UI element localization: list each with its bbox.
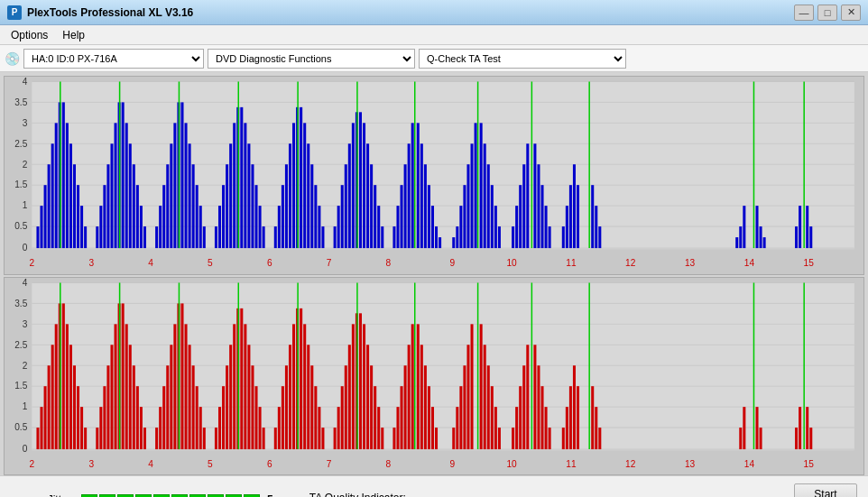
svg-text:4: 4 xyxy=(23,77,28,87)
svg-rect-119 xyxy=(366,143,369,248)
svg-rect-97 xyxy=(285,164,288,248)
svg-rect-48 xyxy=(84,226,87,248)
svg-rect-218 xyxy=(36,428,39,449)
jitter-seg-9 xyxy=(226,494,242,498)
svg-rect-89 xyxy=(247,143,250,248)
svg-rect-235 xyxy=(103,386,106,449)
svg-rect-104 xyxy=(307,143,309,248)
svg-rect-123 xyxy=(381,226,383,248)
svg-rect-289 xyxy=(310,365,313,449)
svg-rect-155 xyxy=(522,164,525,248)
svg-rect-322 xyxy=(456,407,458,449)
menu-bar: Options Help xyxy=(0,25,868,45)
svg-rect-295 xyxy=(341,386,344,449)
svg-text:3: 3 xyxy=(23,318,28,328)
svg-rect-37 xyxy=(48,164,51,248)
start-button[interactable]: Start xyxy=(794,483,857,498)
svg-rect-246 xyxy=(140,407,143,449)
svg-rect-326 xyxy=(471,324,474,449)
minimize-button[interactable]: — xyxy=(794,5,814,21)
svg-rect-354 xyxy=(739,428,742,449)
svg-text:11: 11 xyxy=(566,256,576,267)
svg-text:15: 15 xyxy=(804,256,814,267)
top-chart-svg: 4 3.5 3 2.5 2 1.5 1 0.5 0 2 3 4 5 6 7 8 … xyxy=(5,77,863,274)
maximize-button[interactable]: □ xyxy=(817,5,837,21)
svg-rect-43 xyxy=(66,123,69,248)
function-select[interactable]: DVD Diagnostic Functions xyxy=(208,49,415,69)
svg-rect-358 xyxy=(760,428,762,449)
main-area: 4 3.5 3 2.5 2 1.5 1 0.5 0 2 3 4 5 6 7 8 … xyxy=(0,72,868,475)
svg-rect-229 xyxy=(73,365,76,449)
svg-rect-124 xyxy=(392,226,395,248)
svg-rect-301 xyxy=(359,313,362,449)
jitter-bar xyxy=(81,494,260,498)
svg-rect-266 xyxy=(226,365,228,449)
svg-rect-257 xyxy=(185,324,188,449)
svg-rect-303 xyxy=(366,345,369,449)
svg-rect-268 xyxy=(233,324,235,449)
svg-rect-135 xyxy=(431,206,434,248)
svg-rect-261 xyxy=(199,407,202,449)
menu-options[interactable]: Options xyxy=(4,27,55,43)
toolbar: 💿 HA:0 ID:0 PX-716A DVD Diagnostic Funct… xyxy=(0,45,868,72)
svg-rect-281 xyxy=(285,365,288,449)
svg-rect-1 xyxy=(32,81,854,249)
title-bar-left: P PlexTools Professional XL V3.16 xyxy=(7,5,193,20)
svg-rect-278 xyxy=(274,428,277,449)
svg-rect-161 xyxy=(545,206,548,248)
svg-rect-110 xyxy=(337,206,340,248)
svg-text:4: 4 xyxy=(148,256,153,267)
svg-rect-315 xyxy=(417,324,420,449)
svg-rect-180 xyxy=(799,206,801,248)
svg-rect-351 xyxy=(591,386,594,449)
svg-rect-49 xyxy=(96,226,98,248)
svg-rect-169 xyxy=(591,185,594,248)
svg-rect-230 xyxy=(77,386,79,449)
svg-rect-173 xyxy=(739,226,742,248)
svg-rect-334 xyxy=(512,428,514,449)
info-left: Jitter: 5 Peak Shift: xyxy=(11,493,273,498)
svg-rect-355 xyxy=(743,407,745,449)
svg-rect-318 xyxy=(428,386,430,449)
svg-rect-67 xyxy=(166,164,169,248)
svg-text:8: 8 xyxy=(386,256,392,267)
svg-rect-185 xyxy=(32,282,854,450)
svg-rect-75 xyxy=(192,164,195,248)
svg-text:2: 2 xyxy=(23,158,28,169)
svg-rect-245 xyxy=(136,386,139,449)
svg-rect-63 xyxy=(143,226,146,248)
svg-rect-171 xyxy=(598,226,601,248)
svg-rect-65 xyxy=(159,206,162,248)
svg-rect-178 xyxy=(763,237,766,248)
svg-rect-347 xyxy=(569,386,572,449)
svg-rect-131 xyxy=(417,123,420,248)
close-button[interactable]: ✕ xyxy=(841,5,861,21)
svg-rect-331 xyxy=(491,386,494,449)
svg-rect-345 xyxy=(562,428,565,449)
svg-rect-228 xyxy=(69,345,72,449)
svg-rect-280 xyxy=(282,386,284,449)
svg-rect-107 xyxy=(318,206,320,248)
svg-rect-348 xyxy=(573,365,576,449)
svg-rect-253 xyxy=(173,324,176,449)
svg-rect-139 xyxy=(456,226,458,248)
svg-rect-113 xyxy=(348,143,351,248)
menu-help[interactable]: Help xyxy=(55,27,92,43)
app-icon: P xyxy=(7,5,22,20)
svg-text:6: 6 xyxy=(267,457,272,468)
svg-rect-88 xyxy=(244,123,246,248)
svg-rect-163 xyxy=(562,226,565,248)
svg-rect-220 xyxy=(44,386,47,449)
test-select[interactable]: Q-Check TA Test xyxy=(419,49,626,69)
jitter-seg-3 xyxy=(117,494,134,498)
svg-rect-344 xyxy=(549,428,551,449)
svg-rect-296 xyxy=(345,365,347,449)
drive-select[interactable]: HA:0 ID:0 PX-716A xyxy=(23,49,204,69)
drive-icon: 💿 xyxy=(4,51,20,67)
svg-rect-287 xyxy=(303,324,306,449)
svg-text:2.5: 2.5 xyxy=(14,137,27,148)
svg-rect-342 xyxy=(540,386,543,449)
jitter-value: 5 xyxy=(267,493,273,498)
svg-rect-164 xyxy=(566,206,568,248)
svg-rect-172 xyxy=(735,237,738,248)
